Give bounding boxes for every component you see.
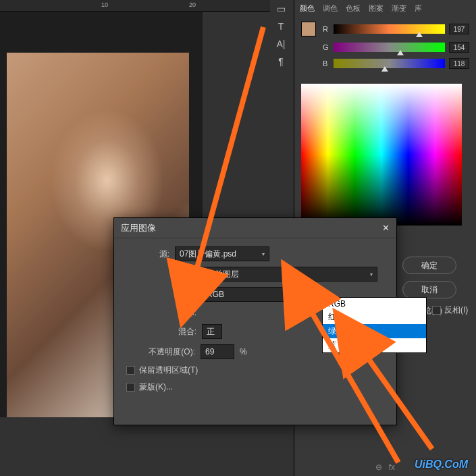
r-label: R (323, 25, 329, 33)
b-slider[interactable] (334, 59, 445, 68)
blend-select[interactable]: 正 (202, 324, 222, 339)
ruler-icon[interactable]: ▭ (275, 1, 288, 16)
svg-line-0 (189, 27, 263, 297)
mask-checkbox[interactable] (126, 383, 135, 392)
tab-gradient[interactable]: 渐变 (392, 3, 406, 14)
color-swatch[interactable] (301, 22, 316, 36)
preserve-checkbox[interactable] (126, 366, 135, 375)
align-icon[interactable]: A| (275, 36, 288, 51)
invert-label: 反相(I) (444, 305, 468, 316)
b-value[interactable]: 118 (449, 58, 469, 69)
g-slider[interactable] (334, 43, 445, 52)
paragraph-icon[interactable]: ¶ (276, 54, 286, 69)
tab-adjust[interactable]: 调色 (323, 3, 338, 14)
dialog-title-text: 应用图像 (121, 222, 156, 234)
r-value[interactable]: 197 (449, 24, 469, 34)
svg-line-2 (351, 334, 432, 449)
horizontal-ruler: 10 20 (0, 0, 270, 12)
preserve-label: 保留透明区域(T) (139, 365, 198, 376)
source-label: 源: (126, 248, 175, 260)
tab-pattern[interactable]: 图案 (369, 3, 384, 14)
color-spectrum[interactable] (301, 84, 462, 226)
toolbar-right: ▭ T A| ¶ (273, 1, 288, 69)
rgb-sliders: R 197 G 154 B 118 (294, 16, 476, 80)
blend-label: 混合: (153, 326, 202, 338)
g-value[interactable]: 154 (449, 42, 469, 53)
percent-label: % (240, 347, 247, 356)
opacity-label: 不透明度(O): (133, 346, 201, 358)
r-slider[interactable] (334, 24, 445, 34)
mask-label: 蒙版(K)... (139, 381, 173, 393)
tab-color[interactable]: 颜色 (300, 3, 315, 14)
tab-library[interactable]: 库 (415, 3, 422, 14)
close-icon[interactable]: ✕ (382, 223, 390, 233)
tab-swatch[interactable]: 色板 (346, 3, 361, 14)
blend-value: 正 (207, 326, 215, 338)
opacity-input[interactable] (201, 344, 234, 359)
ruler-tick: 20 (189, 1, 196, 8)
b-label: B (323, 59, 329, 68)
ruler-tick: 10 (101, 1, 108, 8)
type-icon[interactable]: T (276, 19, 286, 34)
annotation-arrow-3 (331, 307, 446, 465)
g-label: G (323, 43, 329, 51)
panel-tabs: 颜色 调色 色板 图案 渐变 库 (294, 0, 476, 16)
annotation-arrow-1 (176, 20, 270, 313)
